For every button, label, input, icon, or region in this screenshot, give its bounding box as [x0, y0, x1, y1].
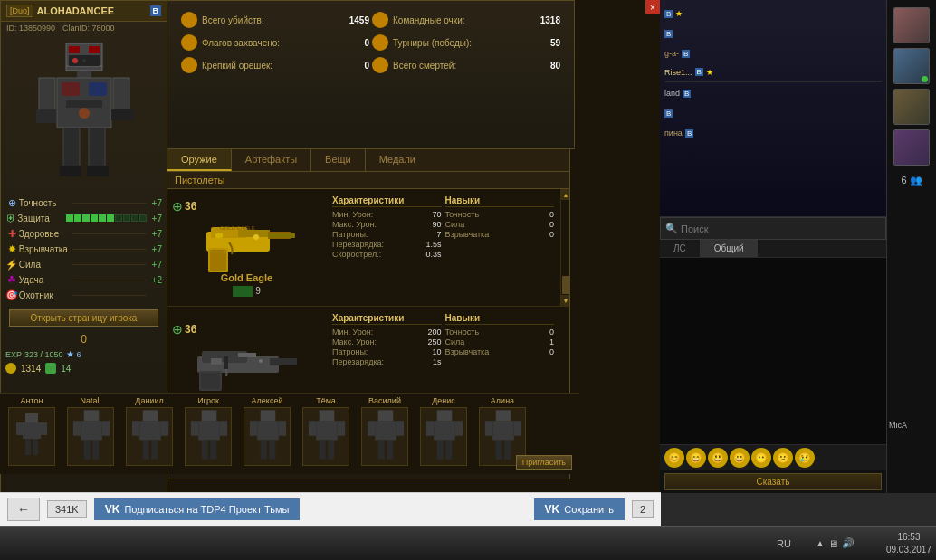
bottom-player-5-avatar: [302, 407, 349, 466]
svg-rect-85: [426, 421, 434, 436]
svg-rect-29: [215, 233, 223, 238]
bottom-player-3[interactable]: Игрок: [181, 396, 235, 466]
w1-firerate-label: Скорострел.:: [332, 250, 381, 259]
bottom-player-4[interactable]: Алексей: [240, 396, 294, 466]
far-right-count: 6 👥: [901, 175, 922, 186]
bottom-player-1[interactable]: Natali: [63, 396, 118, 466]
rp7-label: пина: [664, 128, 683, 138]
skills-header-1: Навыки: [445, 195, 555, 207]
w2-bullets: Патроны: 10: [332, 347, 442, 356]
exp-stars-value: 6: [77, 350, 81, 359]
coins-value: 1314: [21, 364, 41, 374]
vk-logo-icon-2: VK: [545, 503, 560, 516]
rp3-b: B: [682, 50, 690, 58]
bottom-player-2[interactable]: Даниил: [122, 396, 177, 466]
svg-rect-79: [368, 421, 375, 436]
kills-icon: [181, 12, 197, 28]
bottom-player-4-name: Алексей: [252, 396, 283, 405]
far-avatar-2[interactable]: [893, 48, 930, 84]
w1-min-label: Мин. Урон:: [332, 210, 373, 219]
far-avatar-3[interactable]: [893, 89, 930, 125]
tab-medals[interactable]: Медали: [366, 149, 429, 171]
stats-section: ⊕ Точность —————————— +7 ⛨ Защита: [1, 193, 167, 305]
right-player-row-5: land B: [664, 84, 882, 102]
emoji-2[interactable]: 😄: [686, 448, 706, 468]
emoji-3[interactable]: 😃: [708, 448, 728, 468]
search-input[interactable]: [681, 223, 881, 234]
network-icon: 🖥: [828, 538, 838, 549]
svg-rect-82: [387, 440, 393, 459]
scroll-down-btn[interactable]: ▼: [561, 295, 570, 306]
profile-clan: ClanID: 78000: [62, 24, 115, 33]
w2-acc-val: 0: [549, 327, 554, 337]
search-bar: 🔍: [660, 217, 886, 240]
svg-point-20: [72, 58, 78, 63]
svg-rect-65: [261, 410, 276, 421]
tab-items[interactable]: Вещи: [311, 149, 366, 171]
invite-button[interactable]: Пригласить: [516, 455, 572, 470]
rp1-star: ★: [675, 9, 683, 18]
svg-rect-83: [437, 410, 453, 421]
svg-rect-11: [36, 109, 56, 123]
svg-rect-15: [63, 128, 80, 168]
svg-rect-51: [84, 440, 91, 459]
emoji-5[interactable]: 😐: [751, 448, 771, 468]
w2-max-label: Макс. Урон:: [332, 337, 377, 346]
weapons-section-title: Пистолеты: [175, 175, 224, 185]
luck-dashes: ——————————: [73, 275, 146, 284]
tab-artifacts[interactable]: Артефакты: [232, 149, 311, 171]
tab-weapons[interactable]: Оружие: [167, 149, 232, 171]
emoji-4[interactable]: 😀: [730, 448, 750, 468]
bottom-player-7[interactable]: Денис: [416, 396, 471, 466]
emoji-1[interactable]: 😊: [664, 448, 684, 468]
far-avatar-1[interactable]: [893, 7, 930, 43]
w1-acc-val: 0: [549, 210, 554, 219]
w1-acc-skill: Точность 0: [445, 210, 555, 219]
scroll-up-btn[interactable]: ▲: [561, 189, 570, 200]
chat-tab-general[interactable]: Общий: [701, 240, 758, 257]
stat-row-accuracy: ⊕ Точность —————————— +7: [5, 195, 162, 210]
bottom-player-3-name: Игрок: [197, 396, 219, 405]
scroll-thumb[interactable]: [562, 276, 569, 294]
far-avatar-4[interactable]: [893, 129, 930, 166]
chat-tabs-row: ЛС Общий: [660, 240, 886, 258]
vk-save-button[interactable]: VK Сохранить: [534, 498, 625, 520]
accuracy-label: Точность: [19, 198, 73, 208]
accuracy-bonus: +7: [146, 198, 162, 208]
svg-rect-93: [496, 440, 502, 459]
toughnut-icon: [181, 57, 197, 73]
scroll-bar[interactable]: ▲ ▼: [560, 189, 569, 306]
svg-rect-42: [23, 422, 41, 439]
open-profile-button[interactable]: Открыть страницу игрока: [9, 309, 158, 327]
health-bonus: +7: [146, 229, 162, 239]
w1-reload: Перезарядка: 1.5s: [332, 240, 442, 249]
w2-exp-label: Взрывчатка: [445, 347, 490, 356]
svg-rect-18: [87, 166, 109, 176]
stat-kills: Всего убийств: 1459: [181, 10, 369, 30]
back-button[interactable]: ←: [7, 498, 40, 521]
w1-reload-val: 1.5s: [425, 240, 441, 249]
stat-row-health: ✚ Здоровье —————————— +7: [5, 226, 162, 241]
defense-icon: ⛨: [5, 213, 17, 223]
svg-rect-90: [492, 421, 514, 440]
svg-rect-88: [445, 440, 452, 459]
svg-rect-47: [84, 410, 100, 421]
weapon2-level-badge: ⊕ 36: [172, 322, 196, 337]
w2-max-val: 250: [427, 337, 441, 346]
right-player-row-4: Rise1... B ★: [664, 64, 882, 82]
crosshair-icon-1: ⊕: [172, 199, 183, 214]
svg-rect-41: [25, 413, 38, 422]
emoji-6[interactable]: 😕: [773, 448, 793, 468]
chat-tab-ls[interactable]: ЛС: [660, 240, 701, 257]
right-player-row-7: пина B: [664, 124, 882, 142]
bottom-player-0[interactable]: Антон: [5, 396, 59, 466]
skazat-button[interactable]: Сказать: [664, 473, 882, 490]
volume-icon: 🔊: [842, 537, 855, 549]
bottom-player-6[interactable]: Василий: [358, 396, 412, 466]
vk-subscribe-button[interactable]: VK Подписаться на TDP4 Проект Тьмы: [94, 498, 301, 520]
bottom-player-5[interactable]: Тёма: [299, 396, 353, 466]
emoji-row: 😊 😄 😃 😀 😐 😕 😢: [660, 444, 886, 470]
emoji-7[interactable]: 😢: [795, 448, 815, 468]
close-button[interactable]: ×: [645, 0, 660, 14]
w1-max-val: 90: [432, 220, 441, 229]
